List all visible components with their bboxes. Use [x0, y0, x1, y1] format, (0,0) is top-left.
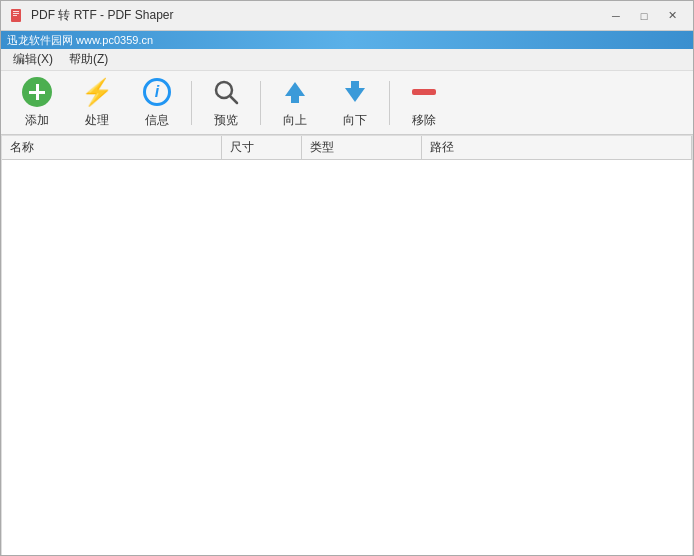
main-content: 名称 尺寸 类型 路径: [1, 135, 693, 556]
minimize-button[interactable]: ─: [603, 6, 629, 26]
watermark-text: 迅龙软件园网 www.pc0359.cn: [7, 33, 153, 48]
title-bar: PDF 转 RTF - PDF Shaper ─ □ ✕: [1, 1, 693, 31]
process-icon: ⚡: [81, 76, 113, 108]
remove-icon: [408, 76, 440, 108]
add-button[interactable]: 添加: [9, 76, 65, 130]
menu-item-help[interactable]: 帮助(Z): [61, 49, 116, 70]
col-header-type: 类型: [302, 136, 422, 159]
close-button[interactable]: ✕: [659, 6, 685, 26]
window-controls[interactable]: ─ □ ✕: [603, 6, 685, 26]
toolbar: 添加 ⚡ 处理 i 信息 预览 向上: [1, 71, 693, 135]
info-button[interactable]: i 信息: [129, 76, 185, 130]
add-icon: [21, 76, 53, 108]
preview-label: 预览: [214, 112, 238, 129]
remove-label: 移除: [412, 112, 436, 129]
toolbar-separator-2: [260, 81, 261, 125]
svg-rect-1: [13, 11, 19, 12]
title-bar-left: PDF 转 RTF - PDF Shaper: [9, 7, 173, 24]
toolbar-separator-1: [191, 81, 192, 125]
down-button[interactable]: 向下: [327, 76, 383, 130]
svg-rect-2: [13, 13, 19, 14]
table-header: 名称 尺寸 类型 路径: [2, 136, 692, 160]
info-label: 信息: [145, 112, 169, 129]
watermark-bar: 迅龙软件园网 www.pc0359.cn: [1, 31, 693, 49]
remove-button[interactable]: 移除: [396, 76, 452, 130]
svg-rect-7: [291, 95, 299, 103]
info-icon: i: [141, 76, 173, 108]
window-title: PDF 转 RTF - PDF Shaper: [31, 7, 173, 24]
down-label: 向下: [343, 112, 367, 129]
toolbar-separator-3: [389, 81, 390, 125]
svg-rect-3: [13, 15, 17, 16]
maximize-button[interactable]: □: [631, 6, 657, 26]
up-label: 向上: [283, 112, 307, 129]
process-label: 处理: [85, 112, 109, 129]
menu-item-edit[interactable]: 编辑(X): [5, 49, 61, 70]
col-header-size: 尺寸: [222, 136, 302, 159]
up-button[interactable]: 向上: [267, 76, 323, 130]
file-table: 名称 尺寸 类型 路径: [1, 135, 693, 556]
col-header-name: 名称: [2, 136, 222, 159]
process-button[interactable]: ⚡ 处理: [69, 76, 125, 130]
svg-marker-6: [285, 82, 305, 96]
svg-rect-10: [412, 89, 436, 95]
svg-line-5: [230, 96, 237, 103]
preview-icon: [210, 76, 242, 108]
up-icon: [279, 76, 311, 108]
svg-rect-9: [351, 81, 359, 89]
add-label: 添加: [25, 112, 49, 129]
col-header-path: 路径: [422, 136, 692, 159]
app-icon: [9, 8, 25, 24]
svg-marker-8: [345, 88, 365, 102]
menu-bar: 编辑(X) 帮助(Z): [1, 49, 693, 71]
down-icon: [339, 76, 371, 108]
preview-button[interactable]: 预览: [198, 76, 254, 130]
